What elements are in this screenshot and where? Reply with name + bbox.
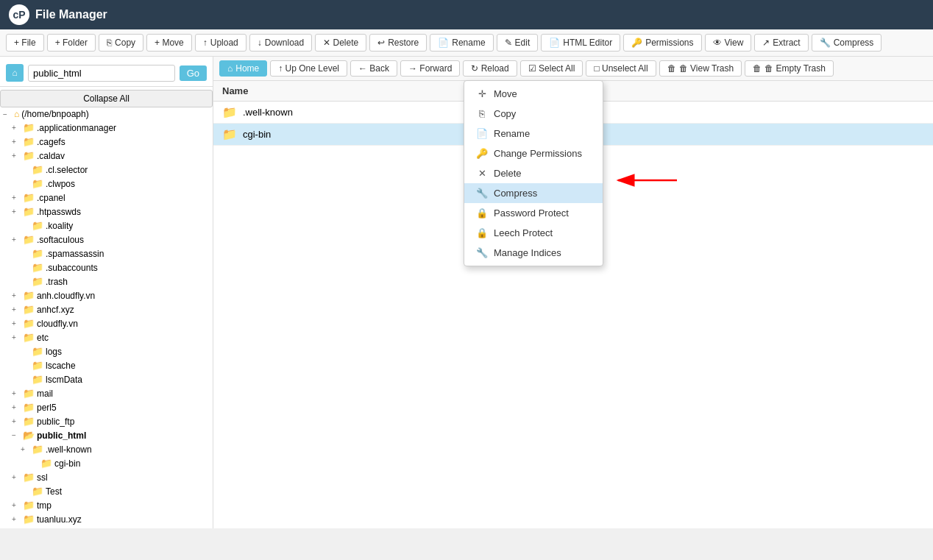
empty-trash-button[interactable]: 🗑 🗑 Empty Trash <box>745 60 834 77</box>
rename-button[interactable]: 📄 Rename <box>430 34 493 52</box>
plus-icon: + <box>12 291 21 300</box>
folder-button[interactable]: + Folder <box>47 34 96 52</box>
sidebar-item-label: .htpasswds <box>37 207 81 217</box>
view-button[interactable]: 👁 View <box>705 34 752 52</box>
move-button[interactable]: + Move <box>146 34 192 52</box>
view-trash-button[interactable]: 🗑 🗑 View Trash <box>659 60 742 77</box>
folder-icon: 📁 <box>32 360 43 371</box>
context-manage-indices[interactable]: 🔧 Manage Indices <box>464 243 603 263</box>
delete-button[interactable]: ✕ Delete <box>315 34 366 52</box>
copy-context-icon: ⎘ <box>476 108 488 119</box>
sidebar-item-spamassassin[interactable]: 📁 .spamassassin <box>0 247 213 260</box>
sidebar-item-mail[interactable]: + 📁 mail <box>0 386 213 400</box>
forward-button[interactable]: → Forward <box>400 60 460 77</box>
sidebar-item-cpanel[interactable]: + 📁 .cpanel <box>0 191 213 205</box>
restore-button[interactable]: ↩ Restore <box>369 34 427 52</box>
sidebar-item-label: logs <box>46 347 62 357</box>
sidebar-item-label: tmp <box>37 500 52 511</box>
sidebar-item-root[interactable]: − ⌂ (/home/bnpoaph) <box>0 107 213 121</box>
plus-icon: + <box>12 417 21 425</box>
plus-icon: + <box>12 501 21 509</box>
sidebar: ⌂ Go Collapse All − ⌂ (/home/bnpoaph) + … <box>0 57 213 528</box>
back-button[interactable]: ← Back <box>350 60 397 77</box>
sidebar-item-tmp[interactable]: + 📁 tmp <box>0 498 213 512</box>
sidebar-item-test[interactable]: 📁 Test <box>0 484 213 498</box>
nav-bar: ⌂ Home ↑ Up One Level ← Back → Forward ↻… <box>213 57 933 81</box>
sidebar-item-ssl[interactable]: + 📁 ssl <box>0 470 213 484</box>
sidebar-item-anhcf[interactable]: + 📁 anhcf.xyz <box>0 302 213 316</box>
folder-icon: 📁 <box>32 248 43 259</box>
context-leech-protect[interactable]: 🔒 Leech Protect <box>464 223 603 243</box>
permissions-context-icon: 🔑 <box>476 148 488 159</box>
rename-icon: 📄 <box>476 128 488 139</box>
context-delete[interactable]: ✕ Delete <box>464 163 603 183</box>
sidebar-item-htpasswds[interactable]: + 📁 .htpasswds <box>0 205 213 219</box>
edit-button[interactable]: ✎ Edit <box>497 34 539 52</box>
sidebar-item-clselector[interactable]: 📁 .cl.selector <box>0 163 213 177</box>
sidebar-item-cgi-bin-tree[interactable]: 📁 cgi-bin <box>0 456 213 470</box>
html-editor-icon: 📄 <box>549 38 560 48</box>
sidebar-item-subaccounts[interactable]: 📁 .subaccounts <box>0 260 213 274</box>
sidebar-item-anh-cloudfly[interactable]: + 📁 anh.cloudfly.vn <box>0 288 213 302</box>
sidebar-item-caldav[interactable]: + 📁 .caldav <box>0 149 213 163</box>
home-nav-button[interactable]: ⌂ Home <box>219 60 267 77</box>
folder-icon: 📁 <box>23 318 35 329</box>
rename-icon: 📄 <box>438 38 449 48</box>
sidebar-item-perl5[interactable]: + 📁 perl5 <box>0 400 213 414</box>
unselect-all-button[interactable]: □ Unselect All <box>586 60 656 77</box>
file-area: ⌂ Home ↑ Up One Level ← Back → Forward ↻… <box>213 57 933 528</box>
sidebar-item-cloudfly[interactable]: + 📁 cloudfly.vn <box>0 316 213 330</box>
view-icon: 👁 <box>713 38 722 48</box>
folder-icon: 📁 <box>32 220 43 231</box>
folder-icon: 📁 <box>32 486 43 497</box>
sidebar-item-clwpos[interactable]: 📁 .clwpos <box>0 177 213 191</box>
sidebar-item-label: .softaculous <box>37 235 84 245</box>
sidebar-item-tuanluu[interactable]: + 📁 tuanluu.xyz <box>0 512 213 526</box>
sidebar-item-well-known[interactable]: + 📁 .well-known <box>0 442 213 456</box>
folder-icon: 📁 <box>32 444 43 455</box>
folder-icon: 📁 <box>23 304 35 315</box>
context-change-permissions[interactable]: 🔑 Change Permissions <box>464 143 603 163</box>
upload-button[interactable]: ↑ Upload <box>195 34 246 52</box>
folder-icon: 📁 <box>23 388 35 399</box>
context-compress[interactable]: 🔧 Compress <box>464 183 603 203</box>
sidebar-item-trash[interactable]: 📁 .trash <box>0 274 213 288</box>
sidebar-item-lscache[interactable]: 📁 lscache <box>0 358 213 372</box>
sidebar-item-public-ftp[interactable]: + 📁 public_ftp <box>0 414 213 428</box>
folder-icon: 📁 <box>32 374 43 385</box>
permissions-button[interactable]: 🔑 Permissions <box>623 34 701 52</box>
sidebar-item-cagefs[interactable]: + 📁 .cagefs <box>0 135 213 149</box>
sidebar-item-label: anh.cloudfly.vn <box>37 291 95 301</box>
context-copy[interactable]: ⎘ Copy <box>464 104 603 124</box>
folder-icon: 📁 <box>23 136 35 147</box>
reload-button[interactable]: ↻ Reload <box>463 60 517 77</box>
path-input[interactable] <box>28 65 175 82</box>
copy-button[interactable]: ⎘ Copy <box>99 34 143 52</box>
home-folder-icon: ⌂ <box>14 109 19 119</box>
collapse-all-button[interactable]: Collapse All <box>0 90 213 107</box>
select-all-button[interactable]: ☑ Select All <box>520 60 583 77</box>
sidebar-item-label: .caldav <box>37 151 65 161</box>
download-button[interactable]: ↓ Download <box>249 34 312 52</box>
folder-icon: 📁 <box>23 206 35 217</box>
context-password-protect[interactable]: 🔒 Password Protect <box>464 203 603 223</box>
cpanel-icon: cP <box>9 4 29 25</box>
sidebar-item-label: .cpanel <box>37 193 65 203</box>
sidebar-item-applicationmanager[interactable]: + 📁 .applicationmanager <box>0 121 213 135</box>
permissions-icon: 🔑 <box>631 38 642 48</box>
sidebar-item-logs[interactable]: 📁 logs <box>0 344 213 358</box>
sidebar-item-lscmdata[interactable]: 📁 lscmData <box>0 372 213 386</box>
compress-toolbar-button[interactable]: 🔧 Compress <box>812 34 882 52</box>
context-rename[interactable]: 📄 Rename <box>464 124 603 143</box>
up-one-level-button[interactable]: ↑ Up One Level <box>270 60 347 77</box>
sidebar-item-koality[interactable]: 📁 .koality <box>0 219 213 233</box>
sidebar-item-etc[interactable]: + 📁 etc <box>0 330 213 344</box>
html-editor-button[interactable]: 📄 HTML Editor <box>541 34 620 52</box>
folder-icon: 📁 <box>23 122 35 133</box>
sidebar-item-softaculous[interactable]: + 📁 .softaculous <box>0 233 213 247</box>
go-button[interactable]: Go <box>180 65 207 81</box>
file-button[interactable]: + File <box>6 34 44 52</box>
extract-button[interactable]: ↗ Extract <box>754 34 808 52</box>
sidebar-item-public-html[interactable]: − 📂 public_html <box>0 428 213 442</box>
context-move[interactable]: ✛ Move <box>464 84 603 104</box>
